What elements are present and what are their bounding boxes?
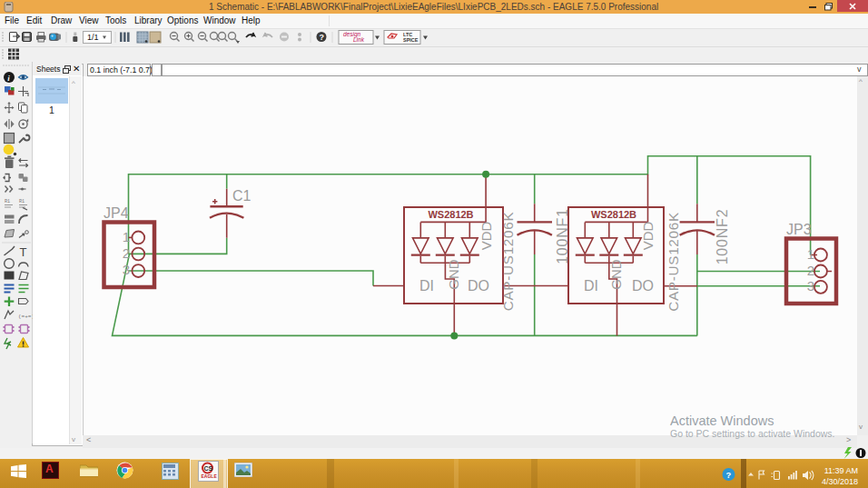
svg-text:T: T: [20, 245, 27, 259]
svg-text:CAP-US1206K: CAP-US1206K: [500, 212, 516, 312]
svg-text:VDD: VDD: [640, 221, 656, 250]
svg-text:?: ?: [319, 33, 324, 42]
svg-text:3: 3: [123, 262, 130, 277]
svg-text:WS2812B: WS2812B: [591, 209, 636, 220]
svg-text:VDD: VDD: [478, 221, 494, 250]
svg-text:3: 3: [807, 278, 814, 294]
svg-text:R1: R1: [5, 199, 10, 204]
svg-text:SPICE: SPICE: [403, 37, 419, 43]
svg-text:C1: C1: [232, 188, 252, 204]
svg-text:CAP-US1206K: CAP-US1206K: [666, 212, 681, 312]
svg-text:JP3: JP3: [786, 222, 812, 237]
svg-text:1/1: 1/1: [87, 33, 99, 42]
svg-text:(=+=): (=+=): [18, 314, 33, 320]
svg-text:100NF2: 100NF2: [715, 209, 730, 265]
svg-text:R1: R1: [19, 199, 25, 204]
svg-text:?: ?: [726, 470, 732, 480]
svg-text:EAGLE: EAGLE: [202, 473, 218, 479]
svg-text:DI: DI: [584, 278, 598, 294]
svg-text:1: 1: [123, 229, 130, 244]
svg-text:CS: CS: [204, 465, 213, 472]
svg-text:GND: GND: [608, 259, 624, 290]
svg-text:100NF1: 100NF1: [555, 208, 570, 264]
svg-text:1: 1: [807, 246, 814, 262]
svg-text:DO: DO: [468, 278, 489, 294]
svg-text:WS2812B: WS2812B: [428, 209, 473, 220]
svg-text:GND: GND: [446, 259, 461, 290]
svg-text:Link: Link: [353, 36, 365, 43]
svg-text:DO: DO: [632, 278, 654, 294]
svg-text:2: 2: [123, 245, 130, 261]
svg-text:JP4: JP4: [104, 205, 129, 221]
svg-text:2: 2: [807, 263, 814, 278]
svg-text:DI: DI: [419, 278, 434, 294]
